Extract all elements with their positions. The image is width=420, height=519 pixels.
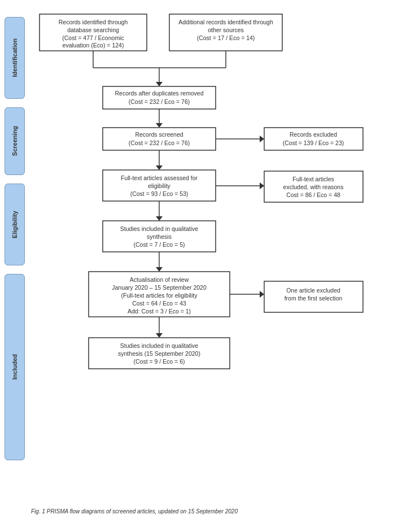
svg-text:other sources: other sources [208, 27, 244, 33]
svg-text:(Cost = 139 / Eco = 23): (Cost = 139 / Eco = 23) [283, 139, 344, 146]
arrow-down-3 [156, 165, 163, 170]
svg-text:(Cost = 9 / Eco = 6): (Cost = 9 / Eco = 6) [133, 358, 185, 365]
svg-text:Studies included in qualitativ: Studies included in qualitative [120, 342, 199, 349]
figure-caption: Fig. 1 PRISMA flow diagrams of screened … [31, 508, 238, 514]
svg-text:evaluation (Eco) = 124): evaluation (Eco) = 124) [63, 42, 124, 49]
arrow-down-2 [156, 123, 163, 128]
svg-text:(Cost = 477 / Economic: (Cost = 477 / Economic [62, 34, 124, 41]
svg-text:Actualisation of review: Actualisation of review [130, 276, 189, 283]
svg-text:(Cost = 232 / Eco = 76): (Cost = 232 / Eco = 76) [129, 98, 190, 105]
svg-text:(Cost = 7 / Eco = 5): (Cost = 7 / Eco = 5) [133, 241, 185, 248]
svg-text:from the first selection: from the first selection [285, 295, 343, 302]
label-identification: Identification [11, 38, 18, 77]
box-db-search-text: Records identified through [59, 19, 128, 25]
page-container: Identification Screening Eligibility Inc… [0, 0, 420, 519]
arrow-right-excluded-1 [260, 136, 264, 142]
flow-diagram: Records identified through database sear… [28, 6, 418, 497]
arrow-down-5 [156, 267, 163, 272]
svg-text:(Cost = 17 / Eco = 14): (Cost = 17 / Eco = 14) [197, 34, 255, 41]
svg-text:Add: Cost = 3 / Eco = 1): Add: Cost = 3 / Eco = 1) [128, 308, 191, 315]
label-included: Included [11, 354, 18, 380]
arrow-down-4 [156, 216, 163, 221]
svg-text:eligibility: eligibility [148, 182, 170, 189]
svg-text:(Cost = 93 / Eco = 53): (Cost = 93 / Eco = 53) [130, 190, 189, 197]
svg-text:excluded, with reasons: excluded, with reasons [283, 184, 344, 190]
svg-text:synthesis (15 September 2020): synthesis (15 September 2020) [118, 350, 200, 357]
label-eligibility: Eligibility [11, 211, 18, 238]
svg-text:Studies included in qualitativ: Studies included in qualitative [120, 225, 199, 232]
svg-text:database searching: database searching [67, 27, 119, 33]
svg-text:Cost = 64 / Eco = 43: Cost = 64 / Eco = 43 [132, 300, 186, 307]
arrow-down-6 [156, 333, 163, 338]
arrow-down-1 [156, 82, 163, 86]
svg-text:synthesis: synthesis [147, 233, 172, 240]
svg-text:Records screened: Records screened [135, 131, 183, 138]
svg-text:Additional records identified : Additional records identified through [178, 19, 273, 25]
svg-text:Cost = 86 / Eco = 48: Cost = 86 / Eco = 48 [286, 191, 340, 198]
svg-text:Records excluded: Records excluded [290, 131, 337, 138]
svg-text:(Full-text articles for eligib: (Full-text articles for eligibility [121, 292, 198, 299]
arrow-right-excluded-3 [260, 291, 264, 298]
svg-text:Full-text articles: Full-text articles [292, 176, 334, 182]
svg-text:Full-text articles assessed fo: Full-text articles assessed for [121, 175, 198, 181]
svg-text:(Cost = 232 / Eco = 76): (Cost = 232 / Eco = 76) [129, 139, 190, 146]
svg-text:Records after duplicates remov: Records after duplicates removed [115, 90, 204, 97]
label-screening: Screening [11, 126, 18, 156]
arrow-right-excluded-2 [260, 182, 264, 189]
svg-text:January 2020 – 15 September 20: January 2020 – 15 September 2020 [112, 284, 207, 291]
svg-text:One article excluded: One article excluded [286, 287, 340, 294]
